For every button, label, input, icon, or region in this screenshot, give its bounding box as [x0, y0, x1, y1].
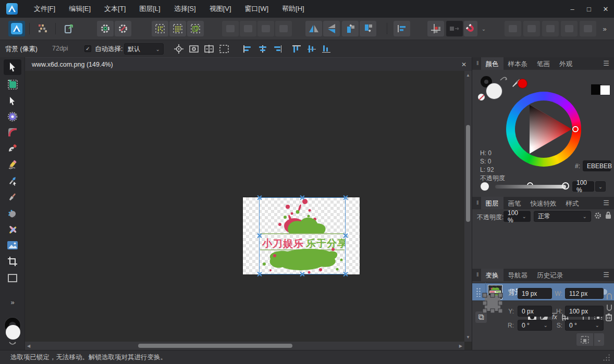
selection-box[interactable]	[259, 197, 346, 274]
transparency-tool[interactable]	[4, 206, 21, 221]
insert-top-button[interactable]	[240, 21, 256, 36]
insert-behind-button[interactable]	[222, 21, 239, 36]
tab-swatches[interactable]: 样本条	[504, 57, 533, 70]
designer-persona-button[interactable]	[8, 21, 25, 36]
align-left-button[interactable]	[241, 43, 254, 55]
minimize-button[interactable]: –	[564, 0, 581, 18]
link-dimensions-icon[interactable]	[606, 293, 612, 311]
align-center-h-button[interactable]	[256, 43, 269, 55]
y-input[interactable]: 0 px	[518, 306, 552, 317]
document-page[interactable]: 小刀娱乐 乐于分享	[243, 197, 360, 274]
tab-layers[interactable]: 图层	[481, 197, 504, 209]
tab-close-icon[interactable]: ✕	[461, 61, 466, 68]
rotate-cw-button[interactable]	[360, 21, 376, 36]
pixel-persona-button[interactable]	[34, 21, 51, 36]
panel-fill-stroke-swatches[interactable]	[480, 76, 507, 103]
vertical-scroll-thumb[interactable]	[466, 125, 470, 222]
toolbar-overflow-button[interactable]: »	[599, 21, 610, 36]
order-button[interactable]	[394, 21, 410, 36]
horizontal-scrollbar[interactable]: ◀ ▶	[25, 342, 464, 350]
document-tab[interactable]: www.x6d.com.png (149.4%) ✕	[25, 57, 472, 71]
snapping-options-chevron[interactable]: ⌄	[477, 21, 487, 36]
fill-swatch[interactable]	[486, 83, 502, 99]
insert-on-top-button[interactable]	[275, 21, 292, 36]
auto-select-dropdown[interactable]: 默认 ⌄	[124, 43, 164, 55]
vertical-scrollbar[interactable]: ▲ ▼	[464, 71, 472, 342]
transform-mode-chevron[interactable]: ⌄	[594, 333, 604, 346]
hue-ring-selector[interactable]	[572, 126, 579, 132]
hex-input[interactable]: EBEBEB	[583, 160, 611, 171]
boolean-add-button[interactable]	[505, 21, 521, 36]
panel-menu-icon[interactable]: ☰	[603, 269, 614, 281]
boolean-subtract-button[interactable]	[523, 21, 540, 36]
blend-mode-dropdown[interactable]: 正常⌄	[534, 211, 591, 222]
flip-vertical-button[interactable]	[323, 21, 340, 36]
hsl-triangle[interactable]	[506, 92, 581, 167]
x-input[interactable]: 19 px	[518, 288, 552, 299]
transform-origin-button[interactable]	[172, 43, 186, 55]
move-tool[interactable]	[4, 59, 21, 75]
picked-color-dot[interactable]	[518, 79, 527, 88]
artboard-tool[interactable]	[4, 77, 21, 92]
tab-styles[interactable]: 样式	[561, 197, 584, 209]
canvas[interactable]: 小刀娱乐 乐于分享	[25, 71, 464, 342]
fill-stroke-swatches[interactable]	[3, 318, 22, 345]
tab-quick-fx[interactable]: 快速特效	[526, 197, 561, 209]
panel-dock-handle[interactable]: ‖	[472, 57, 481, 70]
align-right-button[interactable]	[271, 43, 284, 55]
vector-brush-tool[interactable]	[4, 173, 21, 189]
selection-handle-top-left[interactable]	[256, 195, 262, 200]
grid-toggle-button[interactable]	[427, 21, 444, 36]
menu-view[interactable]: 视图[V]	[203, 0, 238, 18]
transform-mode-toggle[interactable]	[446, 21, 463, 36]
bw-swatch-white[interactable]	[600, 85, 610, 95]
layer-lock-button[interactable]	[605, 211, 612, 219]
panel-dock-handle[interactable]: ‖	[472, 269, 481, 281]
align-middle-v-button[interactable]	[305, 43, 318, 55]
menu-text[interactable]: 文本[T]	[97, 0, 132, 18]
tab-brushes[interactable]: 画笔	[504, 197, 526, 209]
transform-mode-button[interactable]	[576, 333, 593, 346]
menu-select[interactable]: 选择[S]	[167, 0, 203, 18]
vector-crop-tool[interactable]	[4, 254, 21, 269]
shear-dropdown[interactable]: 0 °⌄	[565, 320, 604, 331]
rectangle-tool[interactable]	[4, 270, 21, 286]
scroll-left-arrow[interactable]: ◀	[27, 342, 30, 350]
boolean-intersect-button[interactable]	[542, 21, 559, 36]
snapping-button[interactable]	[464, 21, 477, 36]
rotate-ccw-button[interactable]	[342, 21, 359, 36]
snap-grid-button-2[interactable]	[169, 21, 186, 36]
opacity-slider-knob[interactable]	[562, 182, 569, 190]
anchor-point-selector[interactable]	[482, 293, 503, 313]
panel-menu-icon[interactable]: ☰	[603, 57, 614, 70]
blend-options-gear-icon[interactable]	[594, 211, 602, 220]
w-input[interactable]: 112 px	[565, 288, 604, 299]
snap-grid-button-1[interactable]	[152, 21, 168, 36]
menu-file[interactable]: 文件[F]	[27, 0, 62, 18]
flip-horizontal-button[interactable]	[305, 21, 322, 36]
boolean-divide-button[interactable]	[561, 21, 578, 36]
swap-colors-icon[interactable]	[499, 75, 508, 81]
marquee-options-button[interactable]	[217, 43, 231, 55]
maximize-button[interactable]: □	[581, 0, 597, 18]
snap-shape-button[interactable]	[187, 21, 204, 36]
selection-handle-bottom-left[interactable]	[256, 271, 262, 277]
fill-tool[interactable]	[4, 189, 21, 205]
boolean-combine-button[interactable]	[580, 21, 596, 36]
pen-tool[interactable]	[4, 141, 21, 157]
horizontal-scroll-thumb[interactable]	[138, 344, 292, 348]
tab-color[interactable]: 颜色	[481, 57, 504, 70]
panel-dock-handle[interactable]: ‖	[472, 197, 481, 209]
rotation-dropdown[interactable]: 0 °⌄	[518, 320, 552, 331]
scroll-down-arrow[interactable]: ▼	[464, 335, 472, 340]
scroll-right-arrow[interactable]: ▶	[459, 342, 462, 350]
menu-help[interactable]: 帮助[H]	[275, 0, 311, 18]
document-setup-button[interactable]	[97, 21, 114, 36]
preferences-button[interactable]	[115, 21, 131, 36]
h-input[interactable]: 100 px	[565, 306, 604, 317]
selection-handle-top-right[interactable]	[342, 195, 348, 200]
swap-colors-icon[interactable]	[9, 342, 16, 346]
auto-select-checkbox[interactable]: ✓	[84, 45, 91, 52]
more-tools-button[interactable]: »	[4, 294, 21, 310]
shape-builder-tool[interactable]	[4, 222, 21, 237]
